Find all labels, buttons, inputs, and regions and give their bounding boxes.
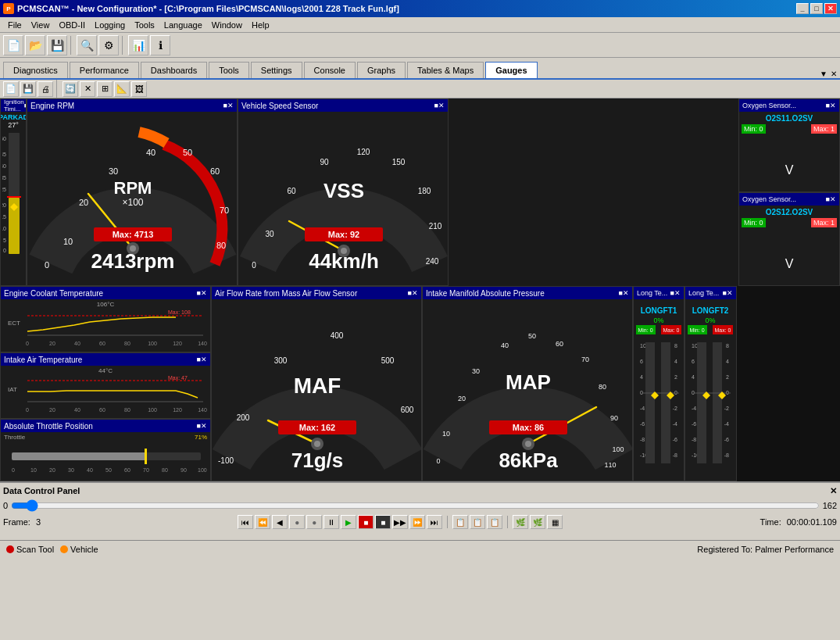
tab-dashboards[interactable]: Dashboards (141, 62, 207, 78)
tab-console[interactable]: Console (304, 62, 356, 78)
app-icon: P (3, 3, 14, 14)
btn-play[interactable]: ▶ (341, 515, 356, 529)
toolbar: 📄 📂 💾 🔍 ⚙ 📊 ℹ (0, 33, 840, 58)
btn-back[interactable]: ⏪ (255, 515, 270, 529)
open-button[interactable]: 📂 (25, 35, 45, 55)
svg-text:40: 40 (501, 341, 509, 349)
display-button[interactable]: 📊 (128, 35, 148, 55)
svg-text:-6: -6 (724, 437, 729, 442)
map-close[interactable]: ■✕ (619, 289, 629, 297)
menu-help[interactable]: Help (247, 19, 274, 31)
svg-text:30: 30 (265, 230, 274, 238)
tab-close[interactable]: ✕ (831, 70, 837, 78)
oxy2-unit: V (742, 257, 837, 271)
vehicle-dot (60, 545, 68, 553)
svg-text:20: 20 (2, 202, 6, 208)
scan-button[interactable]: 🔍 (77, 35, 97, 55)
svg-rect-175 (697, 342, 706, 463)
svg-text:4: 4 (674, 359, 677, 364)
btn-dot2[interactable]: ● (306, 515, 322, 529)
minimize-button[interactable]: _ (796, 3, 809, 14)
dcp-frame-info: Frame: 3 (3, 517, 41, 527)
sub-btn7[interactable]: 📐 (114, 81, 130, 97)
svg-text:210: 210 (429, 222, 442, 231)
btn-copy2[interactable]: 📋 (470, 515, 485, 529)
svg-text:140: 140 (198, 341, 207, 346)
menu-obd[interactable]: OBD-II (54, 19, 90, 31)
menu-view[interactable]: View (27, 19, 55, 31)
menu-window[interactable]: Window (207, 19, 247, 31)
vss-close[interactable]: ■✕ (434, 102, 445, 109)
btn-dot1[interactable]: ● (289, 515, 305, 529)
menu-file[interactable]: File (3, 19, 27, 31)
vss-gauge-svg: 0 30 60 90 120 150 180 210 240 VSS (238, 112, 449, 285)
svg-rect-148 (661, 342, 670, 463)
menu-logging[interactable]: Logging (90, 19, 130, 31)
ect-temp-label: 106°C (4, 301, 207, 308)
svg-rect-147 (645, 342, 655, 463)
menu-language[interactable]: Language (159, 19, 207, 31)
sub-btn8[interactable]: 🖼 (131, 81, 147, 97)
tab-settings[interactable]: Settings (251, 62, 302, 78)
btn-tree2[interactable]: 🌿 (530, 515, 545, 529)
btn-prev[interactable]: ◀ (272, 515, 288, 529)
sub-btn5[interactable]: ✕ (80, 81, 95, 97)
btn-copy3[interactable]: 📋 (487, 515, 502, 529)
maximize-button[interactable]: □ (810, 3, 823, 14)
iat-close[interactable]: ■✕ (197, 356, 207, 363)
tab-tables-maps[interactable]: Tables & Maps (407, 62, 484, 78)
ignition-timing-panel: Ignition Timi... ■✕ SPARKADV 27° 50 45 4… (0, 98, 27, 286)
dcp-close[interactable]: ✕ (830, 486, 837, 496)
sub-btn3[interactable]: 🖨 (38, 81, 53, 97)
ect-close[interactable]: ■✕ (197, 289, 207, 297)
row1-filler (449, 98, 738, 286)
close-button[interactable]: ✕ (824, 3, 837, 14)
svg-text:-8: -8 (692, 437, 696, 442)
tab-gauges[interactable]: Gauges (485, 62, 537, 78)
btn-end[interactable]: ⏭ (427, 515, 442, 529)
sub-btn2[interactable]: 💾 (20, 81, 36, 97)
btn-ffwd[interactable]: ⏩ (409, 515, 425, 529)
longft2-close[interactable]: ■✕ (723, 289, 733, 297)
btn-stop[interactable]: ■ (375, 515, 391, 529)
sub-sep1 (56, 80, 59, 98)
longft1-close[interactable]: ■✕ (670, 289, 681, 297)
dcp-slider[interactable] (11, 499, 820, 512)
svg-point-100 (314, 441, 320, 447)
tab-dropdown[interactable]: ▼ (820, 70, 827, 78)
btn-fwd[interactable]: ▶▶ (392, 515, 408, 529)
btn-tree1[interactable]: 🌿 (513, 515, 528, 529)
dcp-time-value: 00:00:01.109 (787, 517, 837, 527)
maf-close[interactable]: ■✕ (408, 289, 418, 297)
tab-graphs[interactable]: Graphs (357, 62, 406, 78)
tab-tools[interactable]: Tools (209, 62, 249, 78)
btn-pause[interactable]: ⏸ (323, 515, 339, 529)
btn-copy1[interactable]: 📋 (452, 515, 468, 529)
spark-vbar-svg: 50 45 40 35 25 20 15 10 5 0 (2, 129, 24, 258)
atp-close[interactable]: ■✕ (197, 422, 207, 430)
tab-diagnostics[interactable]: Diagnostics (3, 62, 68, 78)
save-button[interactable]: 💾 (47, 35, 67, 55)
svg-text:180: 180 (418, 187, 431, 195)
svg-text:120: 120 (173, 407, 182, 413)
svg-text:6: 6 (692, 359, 695, 364)
settings-button[interactable]: ⚙ (98, 35, 119, 55)
svg-text:25: 25 (2, 187, 6, 192)
oxy1-close[interactable]: ■✕ (826, 102, 836, 109)
tab-performance[interactable]: Performance (70, 62, 139, 78)
rpm-close[interactable]: ■✕ (223, 102, 234, 109)
btn-record[interactable]: ■ (358, 515, 374, 529)
oxy2-close[interactable]: ■✕ (826, 195, 836, 203)
tabbar: Diagnostics Performance Dashboards Tools… (0, 58, 840, 80)
btn-rewind[interactable]: ⏮ (238, 515, 253, 529)
new-button[interactable]: 📄 (3, 35, 23, 55)
svg-text:60: 60 (99, 341, 105, 346)
sub-btn6[interactable]: ⊞ (97, 81, 113, 97)
svg-text:40: 40 (74, 407, 80, 413)
btn-grid[interactable]: ▦ (547, 515, 563, 529)
menu-tools[interactable]: Tools (130, 19, 159, 31)
svg-text:86kPa: 86kPa (499, 449, 558, 472)
sub-btn4[interactable]: 🔄 (63, 81, 78, 97)
info-button[interactable]: ℹ (150, 35, 170, 55)
sub-btn1[interactable]: 📄 (3, 81, 19, 97)
